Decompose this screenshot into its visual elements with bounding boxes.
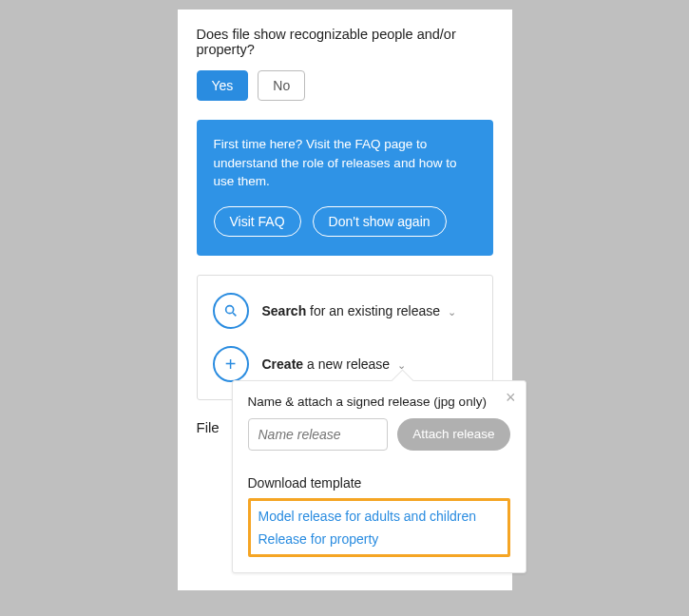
yes-button[interactable]: Yes xyxy=(197,70,249,101)
yes-no-row: Yes No xyxy=(197,70,493,101)
plus-icon: + xyxy=(213,346,249,382)
visit-faq-button[interactable]: Visit FAQ xyxy=(214,206,301,237)
svg-line-1 xyxy=(233,313,236,316)
model-release-link[interactable]: Model release for adults and children xyxy=(258,509,500,524)
dont-show-again-button[interactable]: Don't show again xyxy=(313,206,447,237)
create-release-text: Create a new release ⌄ xyxy=(262,356,477,372)
search-bold: Search xyxy=(262,303,307,318)
release-panel: Does file show recognizable people and/o… xyxy=(178,10,512,590)
property-release-link[interactable]: Release for property xyxy=(258,531,500,547)
search-release-text: Search for an existing release ⌄ xyxy=(262,303,477,318)
close-icon[interactable]: × xyxy=(506,389,516,406)
question-text: Does file show recognizable people and/o… xyxy=(197,27,493,57)
template-links-highlight: Model release for adults and children Re… xyxy=(248,498,510,557)
faq-notice: First time here? Visit the FAQ page to u… xyxy=(197,120,493,256)
faq-notice-text: First time here? Visit the FAQ page to u… xyxy=(214,135,476,191)
search-rest: for an existing release xyxy=(306,303,440,318)
create-release-popover: × Name & attach a signed release (jpg on… xyxy=(232,380,526,573)
name-release-input[interactable] xyxy=(248,418,389,451)
create-bold: Create xyxy=(262,356,304,372)
attach-row: Attach release xyxy=(248,418,510,451)
create-rest: a new release xyxy=(303,356,390,372)
download-template-label: Download template xyxy=(248,475,510,491)
svg-point-0 xyxy=(225,305,233,313)
search-icon xyxy=(213,293,249,329)
popover-title: Name & attach a signed release (jpg only… xyxy=(248,395,510,409)
attach-release-button[interactable]: Attach release xyxy=(397,418,509,451)
create-release-action[interactable]: + Create a new release ⌄ xyxy=(213,346,477,382)
search-release-action[interactable]: Search for an existing release ⌄ xyxy=(213,293,477,329)
faq-notice-buttons: Visit FAQ Don't show again xyxy=(214,206,476,237)
no-button[interactable]: No xyxy=(258,70,305,101)
chevron-down-icon: ⌄ xyxy=(448,306,456,318)
